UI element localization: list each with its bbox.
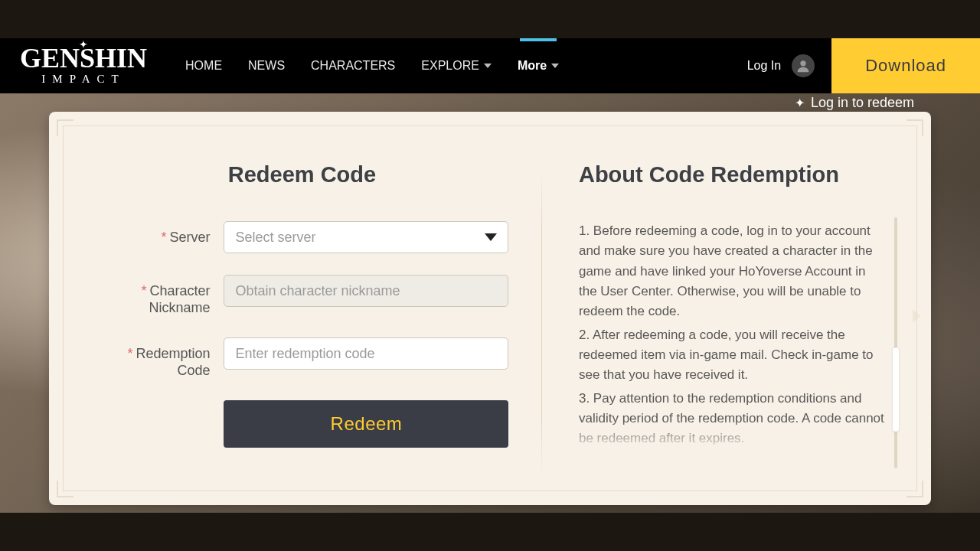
login-link[interactable]: Log In <box>747 59 781 73</box>
rule-paragraph: 2. After redeeming a code, you will rece… <box>579 325 885 386</box>
server-select[interactable]: Select server <box>224 221 508 253</box>
nav-right: Log In Download <box>747 38 980 93</box>
nav-item-news[interactable]: NEWS <box>248 38 285 93</box>
nav-item-label: More <box>518 38 547 93</box>
redeem-form: *Server Select server *Character Nicknam… <box>95 221 508 469</box>
stage-background: ✦ Log in to redeem Redeem Code *Server S… <box>0 93 980 513</box>
redeem-button[interactable]: Redeem <box>224 400 508 448</box>
code-label: *Redemption Code <box>95 337 210 379</box>
avatar[interactable] <box>792 54 815 77</box>
login-to-redeem-label: Log in to redeem <box>811 95 914 111</box>
navbar: ✦ GENSHIN IMPACT HOMENEWSCHARACTERSEXPLO… <box>0 38 980 93</box>
nav-item-more[interactable]: More <box>518 38 559 93</box>
nickname-label: *Character Nickname <box>95 275 210 316</box>
rule-paragraph: 3. Pay attention to the redemption condi… <box>579 389 885 449</box>
nav-item-label: EXPLORE <box>421 38 479 93</box>
nav-item-characters[interactable]: CHARACTERS <box>311 38 395 93</box>
rule-paragraph: 1. Before redeeming a code, log in to yo… <box>579 221 885 322</box>
required-marker: * <box>141 283 146 298</box>
login-to-redeem-link[interactable]: ✦ Log in to redeem <box>795 95 914 111</box>
nav-item-explore[interactable]: EXPLORE <box>421 38 492 93</box>
letterbox-top <box>0 0 980 38</box>
sparkle-icon: ✦ <box>79 38 88 51</box>
nav-item-home[interactable]: HOME <box>185 38 222 93</box>
brand-logo[interactable]: ✦ GENSHIN IMPACT <box>20 46 147 85</box>
brand-subtitle: IMPACT <box>41 73 125 86</box>
nav-item-label: CHARACTERS <box>311 38 395 93</box>
nav-items: HOMENEWSCHARACTERSEXPLOREMore <box>185 38 559 93</box>
nav-item-label: NEWS <box>248 38 285 93</box>
scrollbar-thumb[interactable] <box>893 347 899 432</box>
chevron-down-icon <box>484 64 492 68</box>
server-label: *Server <box>95 221 210 246</box>
code-row: *Redemption Code <box>95 337 508 379</box>
nickname-input[interactable] <box>224 275 508 307</box>
sparkle-icon: ✦ <box>795 96 805 110</box>
server-placeholder: Select server <box>235 230 315 246</box>
rule-paragraph: 4. Each redemption code can only be used <box>579 452 885 458</box>
chevron-down-icon <box>551 64 559 68</box>
redeem-form-column: Redeem Code *Server Select server <box>63 126 541 491</box>
chevron-down-icon <box>485 233 497 241</box>
about-column: About Code Redemption 1. Before redeemin… <box>542 126 917 491</box>
submit-row: Redeem <box>95 400 508 448</box>
user-icon <box>795 57 812 74</box>
nickname-row: *Character Nickname <box>95 275 508 316</box>
redeem-panel: Redeem Code *Server Select server <box>49 112 931 505</box>
letterbox-bottom <box>0 513 980 551</box>
code-input[interactable] <box>224 337 508 370</box>
nav-item-label: HOME <box>185 38 222 93</box>
redeem-heading: Redeem Code <box>228 162 376 187</box>
about-heading: About Code Redemption <box>579 162 896 187</box>
svg-point-0 <box>800 60 805 66</box>
server-row: *Server Select server <box>95 221 508 253</box>
required-marker: * <box>161 230 166 245</box>
rules-text: 1. Before redeeming a code, log in to yo… <box>579 221 896 458</box>
required-marker: * <box>127 346 132 361</box>
download-button[interactable]: Download <box>831 38 980 93</box>
